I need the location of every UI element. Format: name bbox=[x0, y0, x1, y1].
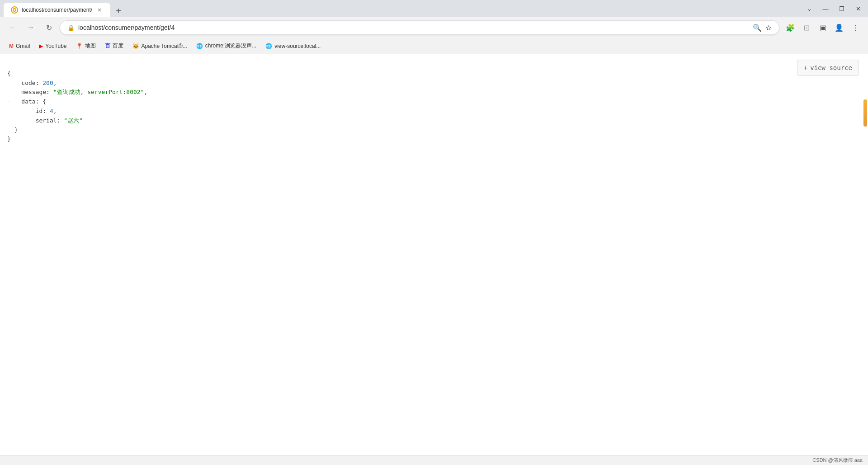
bookmark-view-source-label: view-source:local... bbox=[274, 43, 321, 49]
new-tab-button[interactable]: + bbox=[112, 5, 125, 17]
bookmark-maps[interactable]: 📍 地图 bbox=[72, 40, 99, 52]
view-source-plus-icon: + bbox=[804, 63, 807, 73]
bookmark-gmail[interactable]: M Gmail bbox=[5, 41, 33, 51]
title-bar: localhost/consumer/payment/ × + ⌄ — ❐ ✕ bbox=[0, 0, 868, 17]
chevron-button[interactable]: ⌄ bbox=[803, 2, 816, 15]
view-source-button[interactable]: + view source bbox=[797, 60, 859, 76]
message-value: "查询成功, serverPort:8002" bbox=[53, 89, 144, 95]
browser-frame: localhost/consumer/payment/ × + ⌄ — ❐ ✕ … bbox=[0, 0, 868, 465]
bookmark-tomcat-label: Apache Tomcat®... bbox=[142, 43, 187, 49]
json-open-brace: { bbox=[7, 70, 11, 77]
back-button[interactable]: ← bbox=[5, 20, 20, 35]
sidebar-icon[interactable]: ▣ bbox=[816, 20, 830, 35]
bookmark-gmail-label: Gmail bbox=[16, 43, 30, 49]
scrollbar[interactable] bbox=[863, 54, 868, 455]
bookmark-tomcat[interactable]: 🐱 Apache Tomcat®... bbox=[129, 41, 191, 51]
toolbar: ← → ↻ 🔒 🔍 ☆ 🧩 ⊡ ▣ 👤 ⋮ bbox=[0, 17, 868, 38]
close-button[interactable]: ✕ bbox=[852, 2, 864, 15]
extensions-icon[interactable]: 🧩 bbox=[783, 20, 797, 35]
bookmark-maps-label: 地图 bbox=[85, 42, 96, 50]
tab-favicon bbox=[11, 6, 18, 14]
bookmark-baidu[interactable]: 百 百度 bbox=[101, 40, 127, 52]
url-input[interactable] bbox=[78, 24, 749, 31]
data-collapse-toggle[interactable]: - bbox=[7, 98, 11, 105]
search-icon: 🔍 bbox=[753, 23, 762, 32]
forward-button[interactable]: → bbox=[24, 20, 38, 35]
serial-key: serial bbox=[21, 117, 57, 124]
bookmark-view-source[interactable]: 🌐 view-source:local... bbox=[262, 41, 324, 51]
bookmark-star-icon[interactable]: ☆ bbox=[765, 23, 772, 32]
message-key: message bbox=[14, 89, 46, 95]
bookmark-chrome-muted-label: chrome:浏览器没声... bbox=[205, 42, 256, 50]
cast-icon[interactable]: ⊡ bbox=[799, 20, 814, 35]
id-value: 4 bbox=[50, 108, 53, 114]
view-source-icon: 🌐 bbox=[265, 43, 272, 49]
maximize-button[interactable]: ❐ bbox=[835, 2, 848, 15]
window-controls: ⌄ — ❐ ✕ bbox=[803, 2, 864, 15]
bookmarks-bar: M Gmail ▶ YouTube 📍 地图 百 百度 🐱 Apache Tom… bbox=[0, 38, 868, 54]
id-key: id bbox=[21, 108, 42, 114]
code-key: code bbox=[14, 80, 36, 86]
status-bar: CSDN @清风微痕 aaa bbox=[0, 455, 868, 465]
security-icon: 🔒 bbox=[67, 24, 75, 31]
tab-close-button[interactable]: × bbox=[96, 6, 103, 14]
content-area: + view source { code: 200, message: "查询成… bbox=[0, 54, 868, 455]
tab-bar: localhost/consumer/payment/ × + bbox=[4, 0, 125, 17]
view-source-label: view source bbox=[810, 63, 852, 73]
bookmark-baidu-label: 百度 bbox=[113, 42, 123, 50]
code-value: 200 bbox=[42, 80, 53, 86]
minimize-button[interactable]: — bbox=[819, 2, 832, 15]
more-menu-icon[interactable]: ⋮ bbox=[848, 20, 863, 35]
bookmark-youtube-label: YouTube bbox=[45, 43, 66, 49]
youtube-icon: ▶ bbox=[39, 43, 43, 49]
baidu-icon: 百 bbox=[105, 42, 110, 50]
tomcat-icon: 🐱 bbox=[132, 43, 139, 49]
active-tab[interactable]: localhost/consumer/payment/ × bbox=[4, 3, 110, 17]
status-text: CSDN @清风微痕 aaa bbox=[812, 457, 863, 464]
serial-value: "赵六" bbox=[64, 117, 83, 124]
data-key: data bbox=[14, 98, 36, 105]
bookmark-chrome-muted[interactable]: 🌐 chrome:浏览器没声... bbox=[193, 40, 260, 52]
tab-title: localhost/consumer/payment/ bbox=[22, 7, 92, 13]
maps-icon: 📍 bbox=[76, 43, 83, 49]
address-bar[interactable]: 🔒 🔍 ☆ bbox=[60, 20, 779, 35]
toolbar-actions: 🧩 ⊡ ▣ 👤 ⋮ bbox=[783, 20, 863, 35]
profile-icon[interactable]: 👤 bbox=[832, 20, 846, 35]
chrome-muted-icon: 🌐 bbox=[196, 43, 203, 49]
reload-button[interactable]: ↻ bbox=[42, 20, 56, 35]
bookmark-youtube[interactable]: ▶ YouTube bbox=[35, 41, 70, 51]
gmail-icon: M bbox=[9, 43, 14, 49]
scroll-thumb[interactable] bbox=[863, 99, 867, 127]
json-response: { code: 200, message: "查询成功, serverPort:… bbox=[7, 60, 861, 144]
